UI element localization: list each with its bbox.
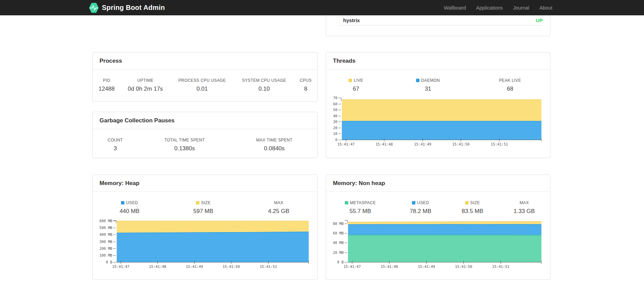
stat-value: 1.33 GB	[503, 208, 546, 215]
stat-value: 68	[474, 86, 546, 92]
threads-stats: LIVE67DAEMON31PEAK LIVE68	[326, 78, 550, 92]
series-marker-icon	[345, 201, 348, 204]
svg-text:400 MB: 400 MB	[99, 232, 112, 237]
page: Spring Boot Admin Wallboard Applications…	[0, 0, 644, 304]
gc-pauses-card: Garbage Collection Pauses COUNT3TOTAL TI…	[92, 112, 318, 158]
stat-label: USED	[399, 200, 443, 205]
svg-text:20 MB: 20 MB	[333, 250, 344, 255]
svg-text:15:41:50: 15:41:50	[223, 264, 240, 269]
heap-chart-svg: 0 B100 MB200 MB300 MB400 MB500 MB600 MB1…	[99, 219, 309, 270]
application-row[interactable]: hystrix UP	[339, 15, 543, 26]
stat-cpus: CPUS8	[294, 78, 317, 92]
svg-text:15:41:47: 15:41:47	[112, 264, 129, 269]
series-marker-icon	[349, 79, 352, 82]
stat-value: 0.1380s	[142, 145, 227, 152]
svg-text:80 MB: 80 MB	[333, 222, 344, 226]
stat-label: TOTAL TIME SPENT	[142, 138, 227, 142]
stat-label: DAEMON	[390, 78, 466, 83]
memory-heap-stats: USED440 MBSIZE597 MBMAX4.25 GB	[93, 200, 317, 215]
svg-text:200 MB: 200 MB	[99, 246, 112, 250]
memory-nonheap-chart: 0 B20 MB40 MB60 MB80 MB15:41:4715:41:481…	[332, 219, 542, 270]
svg-text:50: 50	[333, 108, 338, 112]
stat-max: MAX1.33 GB	[499, 200, 550, 215]
stat-value: 8	[298, 86, 313, 92]
svg-text:10: 10	[333, 132, 338, 136]
stat-label: SIZE	[450, 200, 494, 205]
stat-label: SYSTEM CPU USAGE	[238, 78, 290, 83]
series-marker-icon	[465, 201, 469, 204]
svg-text:15:41:50: 15:41:50	[452, 142, 470, 146]
nonheap-chart-svg: 0 B20 MB40 MB60 MB80 MB15:41:4715:41:481…	[332, 219, 542, 270]
brand-title: Spring Boot Admin	[102, 4, 165, 12]
brand-link[interactable]: Spring Boot Admin	[89, 3, 165, 13]
stat-label: SIZE	[170, 200, 236, 205]
nav-item-about[interactable]: About	[539, 5, 552, 11]
stat-process-cpu-usage: PROCESS CPU USAGE0.01	[170, 78, 234, 92]
svg-text:300 MB: 300 MB	[99, 240, 112, 244]
memory-nonheap-card-title: Memory: Non heap	[326, 175, 550, 192]
svg-text:15:41:48: 15:41:48	[149, 264, 166, 269]
series-marker-icon	[121, 201, 124, 204]
spring-boot-admin-logo-icon	[89, 3, 99, 13]
stat-total-time-spent: TOTAL TIME SPENT0.1380s	[138, 138, 231, 152]
stat-value: 78.2 MB	[399, 208, 443, 215]
stat-label: PEAK LIVE	[474, 78, 546, 83]
nav-item-applications[interactable]: Applications	[476, 5, 503, 11]
svg-text:100 MB: 100 MB	[99, 253, 112, 257]
stat-value: 83.5 MB	[450, 208, 494, 215]
series-marker-icon	[196, 201, 199, 204]
svg-text:70: 70	[333, 96, 338, 100]
process-card-title: Process	[93, 52, 317, 70]
svg-text:15:41:47: 15:41:47	[343, 264, 361, 269]
svg-text:15:41:51: 15:41:51	[492, 264, 509, 269]
stat-label: MAX	[244, 200, 313, 205]
threads-chart-svg: 01020304050607015:41:4715:41:4815:41:491…	[332, 96, 542, 148]
svg-text:15:41:49: 15:41:49	[418, 264, 435, 269]
svg-text:60: 60	[333, 102, 338, 106]
memory-nonheap-stats: METASPACE55.7 MBUSED78.2 MBSIZE83.5 MBMA…	[326, 200, 550, 215]
gc-pauses-stats: COUNT3TOTAL TIME SPENT0.1380sMAX TIME SP…	[93, 138, 317, 152]
stat-value: 3	[97, 145, 134, 152]
stat-used: USED78.2 MB	[395, 200, 447, 215]
nav-item-journal[interactable]: Journal	[513, 5, 530, 11]
svg-text:40: 40	[333, 114, 338, 118]
stat-peak-live: PEAK LIVE68	[470, 78, 550, 92]
threads-card-title: Threads	[326, 52, 550, 70]
stat-value: 0.10	[238, 86, 290, 92]
nav-links: Wallboard Applications Journal About	[444, 5, 555, 11]
stat-live: LIVE67	[326, 78, 386, 92]
stat-value: 4.25 GB	[244, 208, 313, 215]
stat-label: PID	[97, 78, 117, 83]
stat-label: COUNT	[97, 138, 134, 142]
svg-text:30: 30	[333, 120, 338, 124]
memory-heap-card-title: Memory: Heap	[93, 175, 317, 192]
stat-label: PROCESS CPU USAGE	[174, 78, 230, 83]
stat-daemon: DAEMON31	[386, 78, 470, 92]
stat-pid: PID12488	[93, 78, 121, 92]
series-marker-icon	[416, 79, 419, 82]
threads-chart: 01020304050607015:41:4715:41:4815:41:491…	[332, 96, 542, 148]
gc-pauses-card-title: Garbage Collection Pauses	[93, 112, 317, 129]
application-status-badge: UP	[536, 17, 543, 23]
svg-text:15:41:51: 15:41:51	[260, 264, 277, 269]
svg-text:15:41:51: 15:41:51	[491, 142, 508, 146]
memory-nonheap-card: Memory: Non heap METASPACE55.7 MBUSED78.…	[326, 174, 550, 280]
stat-value: 440 MB	[97, 208, 162, 215]
stat-metaspace: METASPACE55.7 MB	[326, 200, 395, 215]
navbar-container: Spring Boot Admin Wallboard Applications…	[89, 0, 555, 15]
svg-text:20: 20	[333, 126, 338, 130]
stat-count: COUNT3	[93, 138, 138, 152]
svg-text:15:41:48: 15:41:48	[375, 142, 393, 146]
svg-text:15:41:49: 15:41:49	[186, 264, 203, 269]
stat-value: 0.0840s	[235, 145, 313, 152]
stat-size: SIZE597 MB	[166, 200, 240, 215]
svg-text:600 MB: 600 MB	[99, 219, 112, 223]
stat-label: MAX TIME SPENT	[235, 138, 313, 142]
process-stats: PID12488UPTIME0d 0h 2m 17sPROCESS CPU US…	[93, 78, 317, 92]
process-card: Process PID12488UPTIME0d 0h 2m 17sPROCES…	[92, 52, 318, 102]
stat-value: 67	[330, 86, 382, 92]
stat-size: SIZE83.5 MB	[446, 200, 499, 215]
nav-item-wallboard[interactable]: Wallboard	[444, 5, 466, 11]
svg-text:60 MB: 60 MB	[333, 231, 344, 235]
svg-text:0: 0	[335, 138, 337, 142]
